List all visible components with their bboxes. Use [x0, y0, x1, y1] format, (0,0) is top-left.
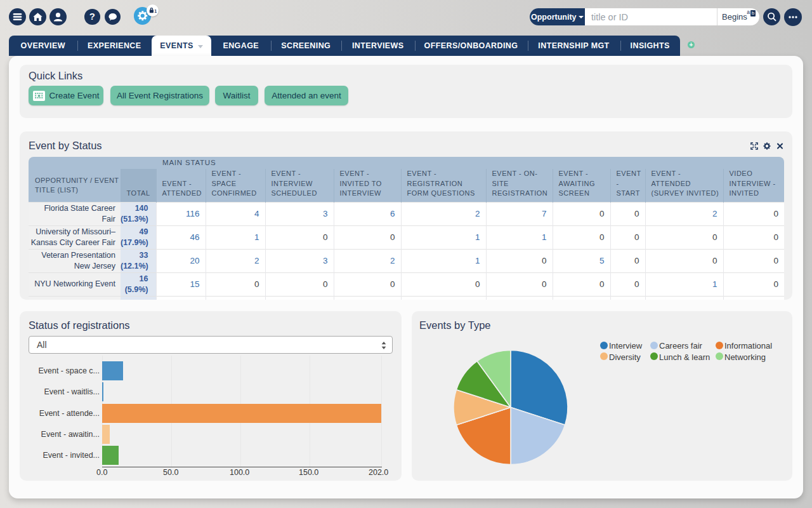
svg-text:1: 1	[154, 9, 157, 13]
